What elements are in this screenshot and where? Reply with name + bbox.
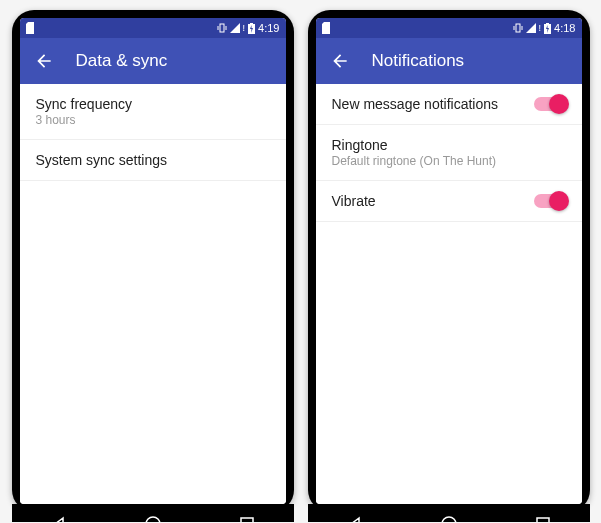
nav-recent-button[interactable]: [528, 509, 558, 522]
svg-rect-10: [546, 23, 549, 24]
item-subtitle: Default ringtone (On The Hunt): [332, 154, 497, 168]
sdcard-icon: [322, 22, 332, 34]
list-item-vibrate[interactable]: Vibrate: [316, 181, 582, 222]
svg-rect-0: [220, 24, 224, 32]
status-time: 4:18: [554, 22, 575, 34]
item-title: Sync frequency: [36, 96, 133, 112]
navbar: [308, 504, 590, 522]
list-item-new-message[interactable]: New message notifications: [316, 84, 582, 125]
back-arrow-icon[interactable]: [34, 51, 54, 71]
statusbar: ! 4:19: [20, 18, 286, 38]
appbar: Data & sync: [20, 38, 286, 84]
nav-home-button[interactable]: [434, 509, 464, 522]
settings-list: New message notifications Ringtone Defau…: [316, 84, 582, 504]
toggle-switch[interactable]: [534, 97, 566, 111]
svg-point-5: [146, 517, 160, 522]
svg-rect-13: [537, 518, 549, 522]
navbar: [12, 504, 294, 522]
signal-icon: [230, 23, 240, 33]
svg-point-12: [442, 517, 456, 522]
settings-list: Sync frequency 3 hours System sync setti…: [20, 84, 286, 504]
item-title: System sync settings: [36, 152, 168, 168]
item-title: New message notifications: [332, 96, 499, 112]
sdcard-icon: [26, 22, 36, 34]
vibrate-icon: [513, 23, 523, 33]
back-arrow-icon[interactable]: [330, 51, 350, 71]
statusbar: ! 4:18: [316, 18, 582, 38]
phone-frame-right: ! 4:18 Notifications New message notific…: [308, 10, 590, 512]
item-subtitle: 3 hours: [36, 113, 133, 127]
list-item-sync-frequency[interactable]: Sync frequency 3 hours: [20, 84, 286, 140]
item-title: Ringtone: [332, 137, 497, 153]
list-item-system-sync[interactable]: System sync settings: [20, 140, 286, 181]
signal-text: !: [243, 23, 246, 33]
item-title: Vibrate: [332, 193, 376, 209]
battery-icon: [248, 23, 255, 34]
nav-home-button[interactable]: [138, 509, 168, 522]
screen: ! 4:19 Data & sync Sync frequency 3 hour…: [20, 18, 286, 504]
appbar: Notifications: [316, 38, 582, 84]
battery-icon: [544, 23, 551, 34]
svg-rect-6: [241, 518, 253, 522]
svg-rect-3: [250, 23, 253, 24]
screen: ! 4:18 Notifications New message notific…: [316, 18, 582, 504]
phone-frame-left: ! 4:19 Data & sync Sync frequency 3 hour…: [12, 10, 294, 512]
nav-back-button[interactable]: [44, 509, 74, 522]
appbar-title: Notifications: [372, 51, 465, 71]
signal-icon: [526, 23, 536, 33]
nav-back-button[interactable]: [340, 509, 370, 522]
appbar-title: Data & sync: [76, 51, 168, 71]
nav-recent-button[interactable]: [232, 509, 262, 522]
svg-rect-7: [516, 24, 520, 32]
list-item-ringtone[interactable]: Ringtone Default ringtone (On The Hunt): [316, 125, 582, 181]
signal-text: !: [539, 23, 542, 33]
status-time: 4:19: [258, 22, 279, 34]
vibrate-icon: [217, 23, 227, 33]
toggle-switch[interactable]: [534, 194, 566, 208]
